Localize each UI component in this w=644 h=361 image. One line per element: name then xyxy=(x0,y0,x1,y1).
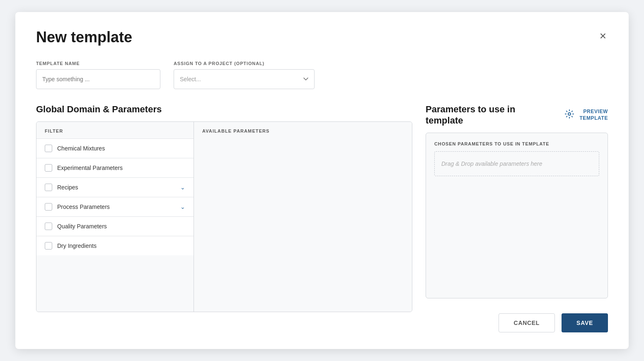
svg-point-0 xyxy=(568,113,571,115)
project-group: ASSIGN TO A PROJECT (OPTIONAL) Select...… xyxy=(174,61,315,89)
filter-container: FILTER Chemical Mixtures Experimental Pa… xyxy=(36,121,412,312)
form-row: TEMPLATE NAME ASSIGN TO A PROJECT (OPTIO… xyxy=(36,61,608,89)
right-panel: Parameters to use intemplate PREVIEW TEM… xyxy=(426,104,608,332)
filter-checkbox-chemical[interactable] xyxy=(45,145,52,152)
filter-label-quality: Quality Parameters xyxy=(57,223,185,230)
template-name-label: TEMPLATE NAME xyxy=(36,61,160,66)
filter-label-process: Process Parameters xyxy=(57,204,175,210)
filter-checkbox-quality[interactable] xyxy=(45,223,52,230)
filter-item-process[interactable]: Process Parameters ⌄ xyxy=(36,197,194,216)
drop-zone[interactable]: Drag & Drop available parameters here xyxy=(434,151,599,176)
resize-handle-icon[interactable]: ↔ xyxy=(411,213,412,221)
cancel-button[interactable]: CANCEL xyxy=(499,313,555,332)
content-area: Global Domain & Parameters FILTER Chemic… xyxy=(36,104,608,332)
filter-checkbox-recipes[interactable] xyxy=(45,184,52,191)
template-name-group: TEMPLATE NAME xyxy=(36,61,160,89)
filter-label-chemical: Chemical Mixtures xyxy=(57,145,185,152)
close-button[interactable]: × xyxy=(598,29,608,44)
project-label: ASSIGN TO A PROJECT (OPTIONAL) xyxy=(174,61,315,66)
filter-checkbox-experimental[interactable] xyxy=(45,164,52,172)
available-params-label: AVAILABLE PARAMETERS xyxy=(194,122,412,138)
right-section-header: Parameters to use intemplate PREVIEW TEM… xyxy=(426,104,608,126)
chosen-params-box: CHOSEN PARAMETERS TO USE IN TEMPLATE Dra… xyxy=(426,133,608,298)
modal-header: New template × xyxy=(36,29,608,46)
filter-item-experimental[interactable]: Experimental Parameters xyxy=(36,158,194,177)
chevron-down-icon-process: ⌄ xyxy=(180,204,185,210)
project-select[interactable]: Select... Project A Project B Project C xyxy=(174,69,315,89)
new-template-modal: New template × TEMPLATE NAME ASSIGN TO A… xyxy=(15,12,629,349)
filter-item-quality[interactable]: Quality Parameters xyxy=(36,216,194,236)
modal-title: New template xyxy=(36,29,132,46)
drop-zone-placeholder: Drag & Drop available parameters here xyxy=(441,160,542,167)
header-actions: PREVIEW TEMPLATE xyxy=(564,109,608,121)
left-panel: Global Domain & Parameters FILTER Chemic… xyxy=(36,104,412,332)
filter-checkbox-process[interactable] xyxy=(45,203,52,211)
filter-checkbox-dry[interactable] xyxy=(45,242,52,250)
chevron-down-icon-recipes: ⌄ xyxy=(180,184,185,191)
filter-label-recipes: Recipes xyxy=(57,184,175,191)
available-panel: AVAILABLE PARAMETERS ↔ xyxy=(194,122,412,312)
settings-icon[interactable] xyxy=(564,109,574,121)
filter-header-label: FILTER xyxy=(36,122,194,138)
filter-panel: FILTER Chemical Mixtures Experimental Pa… xyxy=(36,122,194,312)
preview-template-link[interactable]: PREVIEW TEMPLATE xyxy=(579,109,608,121)
filter-item-chemical[interactable]: Chemical Mixtures xyxy=(36,138,194,158)
chosen-params-label: CHOSEN PARAMETERS TO USE IN TEMPLATE xyxy=(434,141,599,146)
filter-label-experimental: Experimental Parameters xyxy=(57,165,185,171)
footer-buttons: CANCEL SAVE xyxy=(426,313,608,332)
filter-item-dry[interactable]: Dry Ingredients xyxy=(36,236,194,255)
parameters-section-title: Parameters to use intemplate xyxy=(426,104,515,126)
filter-section-title: Global Domain & Parameters xyxy=(36,104,412,115)
filter-item-recipes[interactable]: Recipes ⌄ xyxy=(36,177,194,197)
template-name-input[interactable] xyxy=(36,69,160,89)
save-button[interactable]: SAVE xyxy=(562,313,608,332)
filter-label-dry: Dry Ingredients xyxy=(57,242,185,249)
